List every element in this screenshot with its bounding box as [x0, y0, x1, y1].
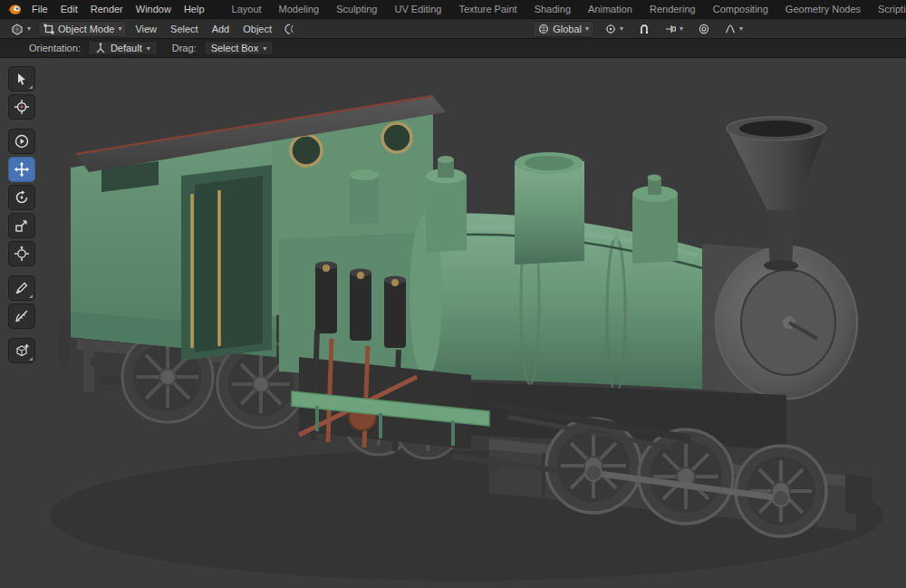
- proportional-edit-toggle[interactable]: [694, 22, 714, 36]
- tab-compositing[interactable]: Compositing: [705, 2, 776, 16]
- falloff-curve-icon: [725, 24, 736, 34]
- tab-uv-editing[interactable]: UV Editing: [386, 2, 449, 16]
- orientation-setting-dropdown[interactable]: Default ▾: [88, 41, 158, 55]
- chevron-down-icon: ▾: [263, 44, 266, 53]
- tool-select-box[interactable]: [8, 66, 35, 92]
- porthole-window: [291, 135, 322, 166]
- tool-add-cube[interactable]: [8, 338, 35, 363]
- orientation-setting-label: Orientation:: [29, 43, 81, 53]
- orientation-label: Global: [553, 24, 582, 34]
- header-right-controls: Global ▾ ▾ ▾: [533, 21, 747, 37]
- editor-type-selector[interactable]: ▾: [6, 21, 35, 37]
- pivot-point-dropdown[interactable]: ▾: [601, 22, 628, 36]
- tool-shelf: [8, 66, 35, 366]
- transform-orientation-dropdown[interactable]: Global ▾: [533, 21, 594, 37]
- menu-add[interactable]: Add: [207, 22, 236, 36]
- cursor-icon: [14, 99, 30, 115]
- proportional-falloff-dropdown[interactable]: ▾: [720, 22, 747, 36]
- proportional-edit-icon: [699, 24, 709, 34]
- menu-window[interactable]: Window: [130, 2, 178, 16]
- tab-modeling[interactable]: Modeling: [271, 2, 328, 16]
- menu-file[interactable]: File: [25, 2, 54, 16]
- tool-cursor[interactable]: [8, 94, 35, 120]
- chevron-down-icon: ▾: [739, 25, 743, 33]
- drag-setting-value: Select Box: [211, 43, 259, 53]
- axis-icon: [95, 43, 106, 53]
- tab-texture-paint[interactable]: Texture Paint: [450, 2, 525, 16]
- chevron-down-icon: ▾: [585, 25, 589, 33]
- tool-transform[interactable]: [8, 241, 35, 266]
- orientation-setting-value: Default: [111, 43, 142, 53]
- menu-help[interactable]: Help: [178, 2, 211, 16]
- blender-logo-icon[interactable]: [7, 3, 22, 15]
- viewport-scene: [0, 58, 906, 588]
- chevron-down-icon: ▾: [118, 25, 121, 33]
- chevron-down-icon: ▾: [680, 25, 683, 33]
- add-cube-icon: [14, 342, 30, 359]
- tool-annotate[interactable]: [8, 275, 35, 301]
- menu-render[interactable]: Render: [84, 2, 130, 16]
- orientation-globe-icon: [538, 24, 549, 34]
- menu-view[interactable]: View: [130, 22, 162, 36]
- mode-selector[interactable]: Object Mode ▾: [38, 21, 127, 37]
- topbar: File Edit Render Window Help Layout Mode…: [0, 0, 906, 18]
- tab-scripting[interactable]: Scripting: [870, 2, 906, 16]
- chevron-down-icon: ▾: [620, 25, 623, 33]
- tab-layout[interactable]: Layout: [224, 2, 270, 16]
- tab-sculpting[interactable]: Sculpting: [328, 2, 385, 16]
- transform-icon: [14, 246, 30, 262]
- snap-target-dropdown[interactable]: ▾: [660, 22, 688, 36]
- chevron-down-icon: ▾: [27, 25, 31, 33]
- snap-target-icon: [665, 24, 676, 34]
- tool-tweak[interactable]: [8, 129, 35, 154]
- tab-animation[interactable]: Animation: [580, 2, 641, 16]
- move-icon: [14, 161, 30, 178]
- editor-type-3d-viewport-icon: [11, 23, 24, 35]
- porthole-window: [382, 123, 411, 152]
- tab-shading[interactable]: Shading: [526, 2, 579, 16]
- object-mode-icon: [43, 24, 54, 34]
- workspace-tabs: Layout Modeling Sculpting UV Editing Tex…: [224, 2, 906, 16]
- annotate-pencil-icon: [14, 280, 30, 296]
- pivot-point-icon: [605, 24, 616, 34]
- select-box-icon: [14, 71, 30, 87]
- tool-move[interactable]: [8, 157, 35, 182]
- overlays-icon[interactable]: [284, 23, 296, 35]
- tab-geometry-nodes[interactable]: Geometry Nodes: [777, 2, 869, 16]
- measure-icon: [14, 308, 30, 324]
- tweak-icon: [14, 133, 30, 149]
- rotate-icon: [14, 189, 30, 206]
- snap-toggle-button[interactable]: [634, 22, 654, 36]
- scale-icon: [14, 217, 30, 234]
- menu-select[interactable]: Select: [165, 22, 204, 36]
- drag-setting-label: Drag:: [172, 43, 197, 53]
- tool-scale[interactable]: [8, 213, 35, 238]
- drag-setting-dropdown[interactable]: Select Box ▾: [204, 41, 275, 55]
- menu-object[interactable]: Object: [237, 22, 277, 36]
- menu-edit[interactable]: Edit: [54, 2, 84, 16]
- tab-rendering[interactable]: Rendering: [641, 2, 704, 16]
- tool-measure[interactable]: [8, 304, 35, 329]
- magnet-icon: [639, 24, 650, 34]
- viewport-3d[interactable]: [0, 57, 906, 588]
- viewport-header: ▾ Object Mode ▾ View Select Add Object G…: [0, 18, 906, 38]
- tool-rotate[interactable]: [8, 185, 35, 210]
- chevron-down-icon: ▾: [147, 44, 150, 53]
- mode-label: Object Mode: [58, 24, 114, 34]
- tool-settings-bar: Orientation: Default ▾ Drag: Select Box …: [0, 38, 906, 57]
